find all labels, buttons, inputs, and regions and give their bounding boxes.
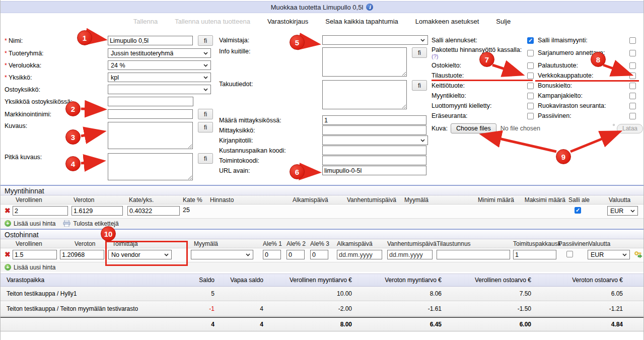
purchase-myymala-select[interactable] — [191, 250, 253, 259]
sarjanumero-annettava-checkbox[interactable] — [629, 50, 636, 56]
stock-location: Teiton testikauppa / Hylly1 — [1, 290, 183, 297]
menu-sulje[interactable]: Sulje — [496, 18, 511, 25]
flag-row-ostokielto: Ostokielto: Palautustuote: — [432, 60, 643, 71]
markkinointinimi-input[interactable] — [108, 109, 193, 119]
fi-button[interactable]: fi — [412, 47, 427, 58]
purchase-verollinen-input[interactable] — [13, 250, 57, 259]
col-minimi-maara: Minimi määrä — [476, 196, 514, 203]
passiivinen-checkbox[interactable] — [629, 113, 636, 119]
tilaustuote-checkbox[interactable] — [527, 73, 534, 79]
chevron-down-icon — [622, 253, 627, 256]
verkkokauppatuote-checkbox[interactable] — [629, 73, 636, 79]
col-ale3: Ale% 3 — [310, 240, 329, 247]
luottomyynti-kielletty-checkbox[interactable] — [527, 103, 534, 109]
col-toimittaja: Toimittaja — [112, 240, 138, 247]
salli-ilmaismyynti-label: Salli ilmaismyynti: — [538, 37, 629, 44]
tilaustunnus-input[interactable] — [437, 250, 510, 259]
field-toimintokoodi: Toimintokoodi: — [219, 156, 431, 165]
ale1-input[interactable] — [263, 250, 281, 259]
row-passiivinen-checkbox[interactable] — [566, 251, 573, 257]
fi-button[interactable]: fi — [198, 153, 213, 164]
menu-lomakkeen-asetukset[interactable]: Lomakkeen asetukset — [415, 18, 479, 25]
key-arrow-icon[interactable] — [634, 251, 643, 258]
mittayksikko-input[interactable] — [322, 125, 426, 135]
toimituspakkaus-input[interactable] — [513, 250, 556, 259]
delete-row-icon[interactable]: ✖ — [5, 207, 11, 214]
page-title: Muokkaa tuotetta Limupullo 0,5l — [271, 4, 364, 11]
print-labels-link[interactable]: Tulosta etikettejä — [73, 220, 118, 227]
pitka-kuvaus-textarea[interactable] — [108, 153, 193, 180]
add-purchase-price-link[interactable]: Lisää uusi hinta — [14, 264, 55, 271]
ostokielto-checkbox[interactable] — [527, 62, 534, 69]
takuutiedot-textarea[interactable] — [322, 80, 407, 109]
nimi-label: Nimi: — [9, 37, 23, 44]
vapaa-saldo-value: 4 — [214, 305, 263, 312]
sales-verollinen-input[interactable] — [13, 206, 68, 216]
flag-row-salli-alennukset: Salli alennukset: Salli ilmaismyynti: — [432, 35, 643, 45]
info-icon[interactable]: i — [366, 4, 373, 11]
url-avain-input[interactable] — [322, 166, 426, 175]
fi-button[interactable]: fi — [198, 35, 213, 46]
veroton-myyntiarvo-value: -1.61 — [352, 305, 442, 312]
yksikkoa-ostoyksikossa-input[interactable] — [108, 97, 193, 106]
file-status-text: No file chosen — [500, 125, 540, 132]
salli-alennukset-checkbox[interactable] — [527, 37, 534, 44]
nimi-input[interactable] — [108, 36, 193, 45]
alkamispaiva-date-input[interactable] — [337, 250, 382, 259]
ale3-input[interactable] — [310, 250, 328, 259]
ostokielto-label: Ostokielto: — [432, 62, 527, 69]
menu-selaa-tapahtumia[interactable]: Selaa kaikkia tapahtumia — [325, 18, 398, 25]
sales-kate-yks-input[interactable] — [127, 206, 180, 216]
yksikko-select[interactable]: kpl — [108, 73, 211, 82]
palautustuote-checkbox[interactable] — [629, 62, 636, 69]
purchase-valuutta-select[interactable]: EUR — [588, 250, 630, 259]
toimittaja-select[interactable]: No vendor — [108, 250, 172, 259]
eraseuranta-checkbox[interactable] — [527, 113, 534, 119]
kuvaus-textarea[interactable] — [108, 122, 193, 149]
ruokaviraston-seuranta-checkbox[interactable] — [629, 103, 636, 109]
sarjanumero-annettava-label: Sarjanumero annettava: — [538, 49, 629, 56]
valmistaja-select[interactable] — [322, 35, 428, 45]
delete-row-icon[interactable]: ✖ — [5, 251, 11, 258]
field-kuvaus: Kuvaus: fi — [5, 122, 213, 149]
chevron-down-icon — [203, 88, 208, 91]
kuvaus-label: Kuvaus: — [5, 122, 108, 129]
sales-valuutta-select[interactable]: EUR — [607, 206, 638, 216]
help-link[interactable]: (?) — [432, 53, 527, 59]
fi-button[interactable]: fi — [198, 122, 213, 132]
pakotettu-hinnansyotto-label: Pakotettu hinnansyöttö kassalla: — [432, 46, 522, 53]
purchase-veroton-input[interactable] — [60, 250, 104, 259]
bonuskielto-checkbox[interactable] — [629, 83, 636, 89]
maara-mittayksikossa-input[interactable] — [322, 115, 426, 125]
ostoyksikko-select[interactable] — [108, 85, 211, 94]
kampanjakielto-label: Kampanjakielto: — [538, 92, 629, 99]
vanhentumispaiva-date-input[interactable] — [387, 250, 433, 259]
kampanjakielto-checkbox[interactable] — [629, 93, 636, 99]
toimintokoodi-input[interactable] — [322, 156, 426, 165]
add-sales-price-link[interactable]: Lisää uusi hinta — [14, 220, 55, 227]
myyntikielto-label: Myyntikielto: — [432, 92, 527, 99]
menu-varastokirjaus[interactable]: Varastokirjaus — [267, 18, 308, 25]
col-passiivinen: Passiivinen — [558, 240, 589, 247]
ale2-input[interactable] — [287, 250, 305, 259]
keittiotuote-checkbox[interactable] — [527, 83, 534, 89]
col-alkamispaiva: Alkamispäivä — [337, 240, 373, 247]
markkinointinimi-label: Markkinointinimi: — [5, 110, 108, 118]
kirjanpitotili-select[interactable] — [322, 135, 428, 145]
pakotettu-hinnansyotto-checkbox[interactable] — [527, 50, 534, 56]
myyntikielto-checkbox[interactable] — [527, 93, 534, 99]
sales-veroton-input[interactable] — [71, 206, 123, 216]
veroluokka-select[interactable]: 24 % — [108, 60, 211, 70]
col-valuutta: Valuutta — [589, 240, 610, 247]
lataa-upload-button[interactable]: Lataa — [617, 124, 643, 133]
choose-files-button[interactable]: Choose files — [451, 123, 496, 133]
tuoteryhma-select[interactable]: Jussin testituoteryhmä — [108, 48, 211, 58]
kustannuspaikan-koodi-input[interactable] — [322, 146, 426, 155]
fi-button[interactable]: fi — [412, 80, 427, 91]
info-kuitille-textarea[interactable] — [322, 47, 407, 77]
fi-button[interactable]: fi — [198, 109, 213, 119]
salli-ale-checkbox[interactable] — [575, 207, 581, 214]
salli-ilmaismyynti-checkbox[interactable] — [629, 37, 636, 44]
eraseuranta-label: Eräseuranta: — [432, 112, 527, 119]
stock-row: Teiton testikauppa / Teiton myymälän tes… — [1, 302, 643, 316]
